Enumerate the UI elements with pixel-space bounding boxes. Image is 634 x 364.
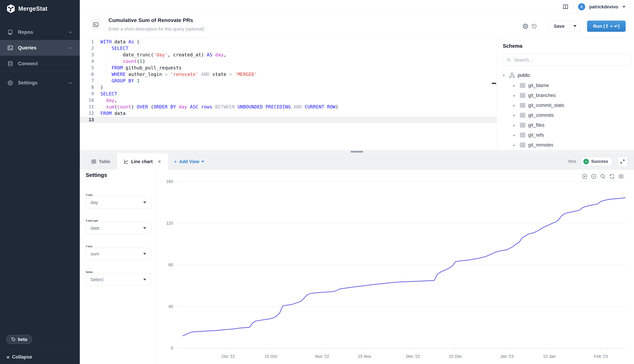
code-line-7[interactable]: 7 GROUP BY 1: [80, 78, 496, 84]
code-line-6[interactable]: 6 WHERE author_login = 'renovate' AND st…: [80, 71, 496, 78]
schema-table-git_blame[interactable]: ▸git_blame: [496, 80, 634, 90]
sidebar-item-queries[interactable]: Queries: [0, 40, 80, 56]
save-button[interactable]: Save: [548, 21, 570, 32]
close-icon[interactable]: [157, 160, 162, 164]
tri-right-icon[interactable]: ▸: [513, 113, 518, 118]
code-line-9[interactable]: 9SELECT: [80, 90, 496, 97]
x-axis-tick-label: Oct '22: [222, 354, 235, 359]
x-axis-tick-label: Nov '22: [315, 354, 329, 359]
tag-icon: [11, 337, 16, 342]
code-line-10[interactable]: 10 day,: [80, 97, 496, 104]
tri-right-icon[interactable]: ▸: [513, 123, 518, 128]
select-caret-icon: [143, 202, 146, 204]
line-number: 13: [80, 117, 96, 122]
query-description-input[interactable]: Enter a short description for this query…: [108, 26, 204, 32]
schema-node-public[interactable]: ▾public: [496, 70, 634, 80]
repo-icon: [7, 29, 13, 35]
sql-editor[interactable]: 1WITH data As (2 SELECT3 date_trunc('day…: [80, 38, 496, 150]
select-value: date: [90, 226, 143, 231]
tri-down-icon[interactable]: ▾: [503, 73, 508, 78]
field-label: X-axis: [86, 194, 151, 196]
schema-search-input[interactable]: Search...: [503, 54, 631, 66]
x-axis-tick-label: Dec '22: [406, 354, 420, 359]
schema-table-git_refs[interactable]: ▸git_refs: [496, 130, 634, 140]
x-axis-tick-label: 15 Jan: [543, 354, 556, 359]
query-settings-gear-icon[interactable]: [521, 22, 530, 30]
code-line-12[interactable]: 12FROM data: [80, 110, 496, 116]
field-select-x-axis[interactable]: day: [86, 196, 151, 208]
query-history-icon[interactable]: [530, 22, 538, 30]
chart-toolbox: [581, 173, 624, 180]
query-type-iconbox: [91, 19, 100, 30]
field-y-axis: Y-axissum: [86, 245, 151, 260]
topbar: patrickdevivo: [80, 0, 634, 14]
user-menu-caret-icon[interactable]: [622, 6, 626, 8]
username[interactable]: patrickdevivo: [589, 4, 618, 10]
editor-scrollbar-thumb[interactable]: [492, 83, 496, 84]
schema-table-git_commit_stats[interactable]: ▸git_commit_stats: [496, 100, 634, 110]
logo[interactable]: MergeStat: [6, 4, 48, 13]
chart-zoom-select-icon[interactable]: [600, 173, 606, 180]
expand-results-button[interactable]: [618, 156, 628, 166]
view-tabs: TableLine chart+Add View: [84, 153, 210, 170]
sidebar-item-repos[interactable]: Repos: [0, 24, 80, 40]
sidebar-item-connect[interactable]: Connect: [0, 56, 80, 72]
query-header: Cumulative Sum of Renovate PRs Enter a s…: [80, 14, 634, 38]
schema-table-git_branches[interactable]: ▸git_branches: [496, 90, 634, 100]
table-grid-icon: [520, 92, 526, 98]
field-label: Series: [86, 271, 151, 274]
line-chart[interactable]: 04080120160Oct '2215 OctNov '2215 NovDec…: [157, 170, 634, 364]
panel-resize-handle[interactable]: [80, 150, 634, 153]
code-line-11[interactable]: 11 sum(count) OVER (ORDER BY day ASC row…: [80, 104, 496, 110]
collapse-button[interactable]: « Collapse: [0, 350, 80, 364]
run-button[interactable]: Run (⇧ + ↵): [587, 20, 626, 32]
chart-zoom-out-icon[interactable]: [590, 173, 597, 180]
code-line-2[interactable]: 2 SELECT: [80, 45, 496, 52]
chevron-down-icon: [68, 80, 73, 85]
resize-grip-icon[interactable]: [350, 151, 363, 152]
code-line-5[interactable]: 5 FROM github_pull_requests: [80, 64, 496, 71]
code-line-13[interactable]: 13: [80, 116, 496, 123]
field-select-y-axis[interactable]: sum: [86, 248, 151, 260]
code-line-3[interactable]: 3 date_trunc('day', created_at) AS day,: [80, 52, 496, 58]
code-line-4[interactable]: 4 count(1): [80, 58, 496, 64]
add-view-button[interactable]: +Add View: [168, 153, 210, 170]
y-axis-tick-label: 160: [166, 179, 173, 184]
avatar[interactable]: [578, 3, 585, 10]
schema-table-git_remotes[interactable]: ▸git_remotes: [496, 140, 634, 150]
y-axis-tick-label: 80: [168, 262, 173, 267]
code-line-8[interactable]: 8): [80, 84, 496, 90]
y-axis-tick-label: 120: [166, 221, 173, 226]
gear-icon: [7, 80, 13, 86]
sitemap-icon: [509, 72, 515, 78]
select-caret-icon: [143, 279, 146, 280]
line-number: 1: [80, 39, 96, 44]
tab-line-chart[interactable]: Line chart: [117, 153, 168, 170]
line-number: 7: [80, 78, 96, 83]
chart-reset-icon[interactable]: [609, 173, 615, 180]
sidebar-item-settings[interactable]: Settings: [0, 75, 80, 90]
docs-book-icon[interactable]: [561, 2, 570, 11]
status-badge: Success: [581, 157, 612, 166]
table-grid-icon: [520, 122, 526, 128]
chart-zoom-in-icon[interactable]: [581, 173, 588, 180]
field-select-series[interactable]: Select: [86, 274, 151, 286]
tri-right-icon[interactable]: ▸: [513, 83, 518, 88]
chart-menu-icon[interactable]: [618, 173, 624, 180]
tri-right-icon[interactable]: ▸: [513, 93, 518, 98]
tri-right-icon[interactable]: ▸: [513, 133, 518, 138]
query-title[interactable]: Cumulative Sum of Renovate PRs: [108, 17, 193, 23]
x-axis-tick-label: Feb '23: [594, 354, 608, 359]
code-line-1[interactable]: 1WITH data As (: [80, 38, 496, 45]
schema-table-git_commits[interactable]: ▸git_commits: [496, 110, 634, 120]
tri-right-icon[interactable]: ▸: [513, 103, 518, 108]
tab-table[interactable]: Table: [84, 153, 117, 170]
select-caret-icon: [143, 253, 146, 255]
x-axis-tick-label: 15 Dec: [449, 354, 462, 359]
line-number: 11: [80, 104, 96, 109]
field-select-x-axis-type[interactable]: date: [86, 222, 151, 234]
chevron-down-icon: [68, 46, 73, 50]
save-options-caret[interactable]: [570, 21, 580, 32]
tri-right-icon[interactable]: ▸: [513, 143, 518, 148]
schema-table-git_files[interactable]: ▸git_files: [496, 120, 634, 130]
